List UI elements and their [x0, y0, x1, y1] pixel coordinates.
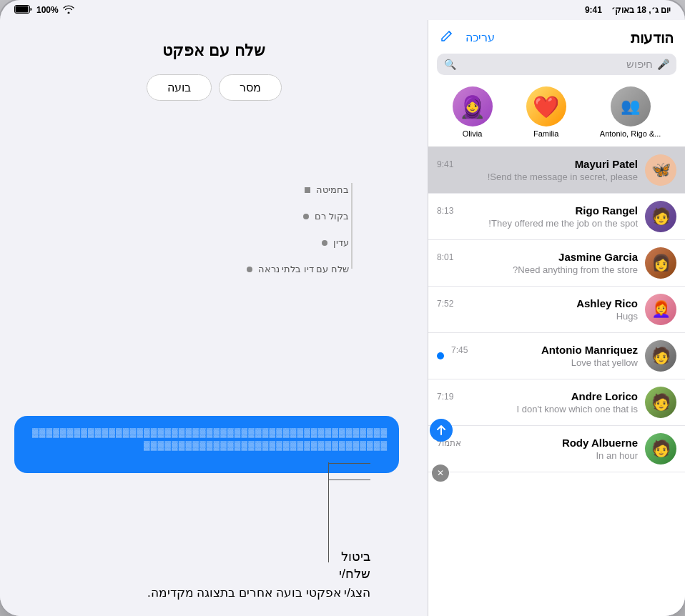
- jasmine-avatar: 👩: [645, 247, 676, 279]
- andre-preview: I don't know which one that is: [437, 404, 638, 414]
- rigo-content: Rigo Rangel 8:13 They offered me the job…: [437, 204, 638, 229]
- timeline-item-1: בחמיטה: [247, 184, 349, 195]
- search-container: 🔍 חיפוש 🎤: [428, 51, 685, 78]
- date-time: יום ג׳, 18 באוק׳ 9:41: [585, 5, 671, 15]
- unread-dot-antonio: [437, 352, 444, 359]
- mayuri-name: Mayuri Patel: [575, 158, 638, 170]
- message-text: ▓▓▓▓▓▓▓▓▓▓▓▓▓▓▓▓▓▓▓▓▓▓▓▓▓▓▓▓▓▓▓▓▓▓▓▓▓▓▓▓…: [26, 426, 388, 452]
- timeline-text-1: בחמיטה: [316, 184, 349, 195]
- antonio-m-content: Antonio Manriquez 7:45 Love that yellow: [451, 344, 638, 368]
- jasmine-content: Jasmine Garcia 8:01 Need anything from t…: [437, 251, 638, 275]
- left-panel: שלח עם אפקט בועה מסר בחמיטה בקול רם עדין: [0, 20, 428, 616]
- ashley-avatar: 👩‍🦰: [645, 294, 676, 325]
- connector-h2: [329, 480, 370, 480]
- annotation-description: הצג/י אפקטי בועה אחרים בתצוגה מקדימה.: [14, 585, 370, 602]
- pinned-familia[interactable]: ❤️ Familia: [526, 86, 566, 138]
- andre-header: Andre Lorico 7:19: [437, 390, 638, 402]
- ashley-header: Ashley Rico 7:52: [437, 297, 638, 309]
- status-bar-left: 100%: [14, 5, 74, 16]
- connector-h1: [329, 463, 370, 464]
- pinned-contacts: 🧕 Olivia ❤️ Familia 👥 Antonio, Rigo &...: [428, 78, 685, 147]
- rigo-time: 8:13: [437, 206, 453, 216]
- antonio-m-avatar: 🧑: [645, 340, 676, 372]
- timeline-dot-1: [305, 187, 310, 193]
- rigo-name: Rigo Rangel: [575, 204, 638, 217]
- antonio-m-name: Antonio Manriquez: [541, 344, 638, 356]
- search-placeholder: חיפוש: [460, 58, 653, 71]
- header-actions: עריכה: [440, 29, 495, 46]
- status-bar: 100% יום ג׳, 18 באוק׳ 9:41: [0, 0, 685, 20]
- mayuri-preview: Send the message in secret, please!: [437, 172, 638, 182]
- familia-avatar: ❤️: [526, 86, 566, 126]
- conversation-andre[interactable]: 🧑 Andre Lorico 7:19 I don't know which o…: [428, 379, 685, 426]
- conversation-ashley[interactable]: 👩‍🦰 Ashley Rico 7:52 Hugs: [428, 287, 685, 333]
- timeline-text-3: עדין: [333, 237, 349, 248]
- andre-content: Andre Lorico 7:19 I don't know which one…: [437, 390, 638, 414]
- jasmine-time: 8:01: [437, 252, 453, 262]
- conversation-antonio-m[interactable]: 🧑 Antonio Manriquez 7:45 Love that yello…: [428, 333, 685, 379]
- andre-name: Andre Lorico: [571, 390, 638, 402]
- bubble-button[interactable]: בועה: [147, 74, 212, 101]
- familia-name: Familia: [533, 129, 558, 138]
- rigo-header: Rigo Rangel 8:13: [437, 204, 638, 217]
- ashley-time: 7:52: [437, 299, 453, 309]
- timeline-item-2: בקול רם: [247, 211, 349, 222]
- pinned-olivia[interactable]: 🧕 Olivia: [453, 86, 493, 138]
- timeline-labels: בחמיטה בקול רם עדין שלח עם דיו בלתי נראה: [247, 184, 349, 274]
- rody-header: Rody Albuerne אתמול: [437, 437, 638, 449]
- battery-percent: 100%: [36, 5, 59, 15]
- ashley-name: Ashley Rico: [576, 297, 638, 309]
- message-list: 🦋 Mayuri Patel 9:41 Send the message in …: [428, 147, 685, 616]
- rody-preview: In an hour: [437, 450, 638, 461]
- svg-rect-1: [16, 6, 29, 12]
- antonio-avatar: 👥: [611, 86, 651, 126]
- vertical-dots: [351, 183, 353, 269]
- annotation-area: ביטול שלח/י הצג/י אפקטי בועה אחרים בתצוג…: [14, 549, 370, 602]
- annotation-cancel: ביטול: [14, 549, 370, 565]
- search-icon: 🔍: [444, 59, 456, 70]
- antonio-m-header: Antonio Manriquez 7:45: [451, 344, 638, 356]
- annotation-labels: ביטול שלח/י הצג/י אפקטי בועה אחרים בתצוג…: [14, 549, 370, 602]
- ipad-frame: 100% יום ג׳, 18 באוק׳ 9:41 שלח עם אפקט ב…: [0, 0, 685, 616]
- antonio-name: Antonio, Rigo &...: [600, 129, 661, 138]
- edit-button[interactable]: עריכה: [465, 31, 495, 44]
- wifi-icon: [63, 5, 74, 16]
- ashley-preview: Hugs: [437, 311, 638, 322]
- rody-name: Rody Albuerne: [562, 437, 638, 449]
- battery-icon: [14, 5, 32, 16]
- mayuri-time: 9:41: [437, 159, 453, 169]
- conversation-rody[interactable]: 🧑 Rody Albuerne אתמול In an hour: [428, 426, 685, 472]
- conversation-jasmine[interactable]: 👩 Jasmine Garcia 8:01 Need anything from…: [428, 240, 685, 287]
- mayuri-header: Mayuri Patel 9:41: [437, 158, 638, 170]
- search-bar[interactable]: 🔍 חיפוש 🎤: [437, 54, 676, 75]
- conversation-mayuri[interactable]: 🦋 Mayuri Patel 9:41 Send the message in …: [428, 147, 685, 194]
- pinned-antonio[interactable]: 👥 Antonio, Rigo &...: [600, 86, 661, 138]
- timeline-dot-4: [247, 267, 252, 272]
- share-buttons: בועה מסר: [147, 74, 282, 101]
- timeline-text-4: שלח עם דיו בלתי נראה: [258, 264, 349, 274]
- mic-icon: 🎤: [657, 59, 669, 70]
- connector-line: [328, 462, 329, 562]
- olivia-name: Olivia: [463, 129, 483, 138]
- andre-time: 7:19: [437, 392, 453, 402]
- cancel-x-button[interactable]: ✕: [432, 465, 449, 482]
- main-content: שלח עם אפקט בועה מסר בחמיטה בקול רם עדין: [0, 20, 685, 616]
- timeline-item-4: שלח עם דיו בלתי נראה: [247, 264, 349, 274]
- rody-content: Rody Albuerne אתמול In an hour: [437, 437, 638, 461]
- messages-title: הודעות: [631, 29, 674, 46]
- jasmine-preview: Need anything from the store?: [437, 264, 638, 275]
- conversation-rigo[interactable]: 🧑 Rigo Rangel 8:13 They offered me the j…: [428, 194, 685, 240]
- annotation-send: שלח/י: [14, 566, 370, 582]
- compose-button[interactable]: [440, 29, 454, 46]
- andre-avatar: 🧑: [645, 387, 676, 418]
- ashley-content: Ashley Rico 7:52 Hugs: [437, 297, 638, 322]
- rigo-preview: They offered me the job on the spot!: [437, 218, 638, 229]
- share-title: שלח עם אפקט: [162, 41, 265, 60]
- send-button[interactable]: [430, 419, 453, 442]
- mayuri-avatar: 🦋: [645, 154, 676, 186]
- rody-avatar: 🧑: [645, 433, 676, 465]
- message-bubble-area: ▓▓▓▓▓▓▓▓▓▓▓▓▓▓▓▓▓▓▓▓▓▓▓▓▓▓▓▓▓▓▓▓▓▓▓▓▓▓▓▓…: [14, 416, 442, 473]
- rigo-avatar: 🧑: [645, 201, 676, 232]
- message-bubble: ▓▓▓▓▓▓▓▓▓▓▓▓▓▓▓▓▓▓▓▓▓▓▓▓▓▓▓▓▓▓▓▓▓▓▓▓▓▓▓▓…: [14, 416, 399, 473]
- message-button[interactable]: מסר: [219, 74, 282, 101]
